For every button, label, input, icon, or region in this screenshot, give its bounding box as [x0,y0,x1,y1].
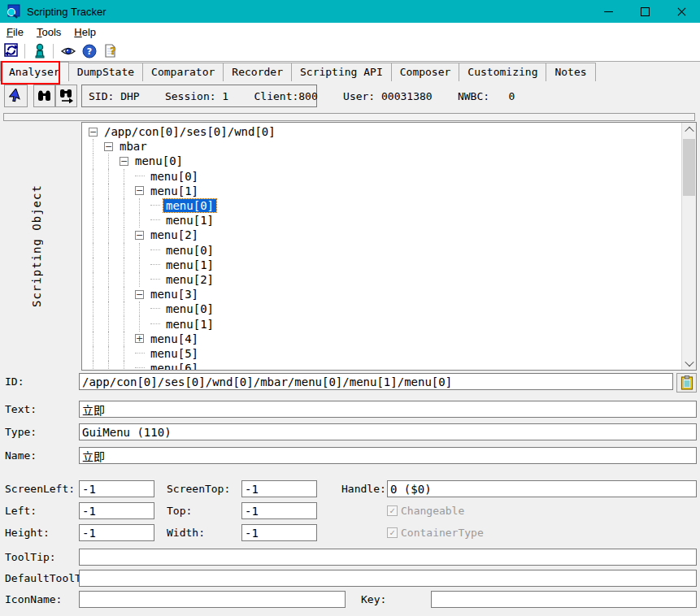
menu-bar: FileToolsHelp [0,23,700,41]
menu-file[interactable]: File [0,24,30,40]
maximize-button[interactable] [627,0,663,23]
tree-guide-line [120,316,135,331]
app-icon [6,4,20,19]
expand-expander-icon[interactable]: + [135,334,144,343]
defaulttooltip-label: DefaultToolTi [5,570,80,587]
watch-button[interactable] [59,42,78,60]
tree-node-label[interactable]: menu[1] [148,184,201,197]
minimize-button[interactable] [590,0,627,23]
tree-node-label-selected[interactable]: menu[0] [163,199,216,212]
key-field[interactable] [431,591,697,608]
refresh-icon [4,43,20,59]
tree-node-label[interactable]: mbar [117,140,150,153]
tab-composer[interactable]: Composer [391,63,460,81]
tree-node: −menu[1] [82,184,682,198]
tree-guide-line [104,243,120,258]
collapse-expander-icon[interactable]: − [104,142,113,151]
svg-text:?: ? [110,45,116,57]
tree-guide-line [120,243,135,258]
top-field[interactable] [241,502,317,519]
tree-node-label[interactable]: menu[1] [163,318,216,331]
collapse-expander-icon[interactable]: − [89,128,98,137]
type-field[interactable] [79,423,697,440]
tab-recorder[interactable]: Recorder [223,63,292,81]
tab-notes[interactable]: Notes [546,63,595,81]
tree-connector [150,264,160,266]
scrollbar-thumb[interactable] [683,139,695,196]
menu-tools[interactable]: Tools [30,24,67,40]
collapse-expander-icon[interactable]: − [135,290,144,299]
tree-guide-line [89,361,104,370]
tree-node-label[interactable]: menu[0] [163,244,216,257]
tree-node: menu[1] [82,316,682,331]
tooltip-field[interactable] [79,549,697,566]
tree-guide-line [104,361,120,370]
tree-node: menu[0] [82,198,682,213]
name-field[interactable] [79,447,697,464]
width-field[interactable] [241,524,317,541]
tree-node: menu[0] [82,301,682,316]
defaulttooltip-field[interactable] [79,570,697,587]
tree-guide-line [135,258,150,272]
refresh-button[interactable] [2,42,21,60]
handle-field[interactable] [387,480,697,497]
containertype-checkbox [387,527,398,538]
iconname-field[interactable] [79,591,346,608]
tree-guide-line [89,301,104,316]
tree-scrollbar[interactable] [681,123,696,370]
session-attach-icon [33,43,47,59]
help-button[interactable]: ? [80,42,99,60]
tree-node-label[interactable]: menu[0] [163,302,216,315]
tree-guide-line [104,198,120,213]
scroll-up-button[interactable] [682,123,696,137]
tab-analyser[interactable]: Analyser [0,62,69,81]
tree-node-label[interactable]: menu[1] [163,214,216,227]
copy-to-clipboard-button[interactable] [676,373,697,393]
toolbar-separator [53,44,54,59]
collapse-expander-icon[interactable]: − [135,186,144,195]
tree-guide-line [104,213,120,228]
context-help-button[interactable]: ? [101,42,120,60]
tree-guide-line [120,228,135,242]
tree-guide-line [120,346,135,361]
minimize-icon [604,11,613,12]
tree-node-label[interactable]: menu[1] [163,258,216,271]
text-field[interactable] [79,401,697,418]
tree-node-label[interactable]: menu[4] [148,332,201,345]
tree-node-label[interactable]: menu[6] [148,362,201,370]
collapse-expander-icon[interactable]: − [120,157,128,166]
id-field[interactable] [79,373,673,390]
pick-element-button[interactable] [4,85,28,107]
tree-guide-line [89,272,104,287]
tree-node: menu[1] [82,258,682,272]
height-field[interactable] [79,524,154,541]
screentop-field[interactable] [241,480,317,497]
tab-dumpstate[interactable]: DumpState [68,63,143,81]
tree-node-label[interactable]: menu[2] [148,228,201,241]
find-next-button[interactable] [55,85,77,107]
tree-connector [150,249,160,251]
tree-node-label[interactable]: /app/con[0]/ses[0]/wnd[0] [102,125,278,138]
scroll-down-button[interactable] [682,356,696,370]
tooltip-label: ToolTip: [5,549,80,566]
tab-scripting-api[interactable]: Scripting API [291,63,392,81]
tree-guide-line [89,198,104,213]
analyser-toolbar: SID: DHP Session: 1 Client:800 User: 000… [0,81,700,113]
id-label: ID: [5,374,80,390]
left-field[interactable] [79,502,154,519]
tab-customizing[interactable]: Customizing [459,63,546,81]
collapse-expander-icon[interactable]: − [135,231,144,240]
screenleft-field[interactable] [79,480,154,497]
tree-node-label[interactable]: menu[5] [148,347,201,360]
tree-node-label[interactable]: menu[0] [133,154,185,167]
tree-node-label[interactable]: menu[0] [148,170,201,183]
tab-comparator[interactable]: Comparator [142,63,224,81]
attach-session-button[interactable] [30,42,50,60]
tree-node-label[interactable]: menu[3] [148,288,201,301]
tree-node-label[interactable]: menu[2] [163,273,216,286]
menu-help[interactable]: Help [67,24,102,40]
find-button[interactable] [33,85,55,107]
close-button[interactable] [663,0,700,23]
maximize-icon [641,7,650,16]
changeable-label: Changeable [401,505,464,517]
